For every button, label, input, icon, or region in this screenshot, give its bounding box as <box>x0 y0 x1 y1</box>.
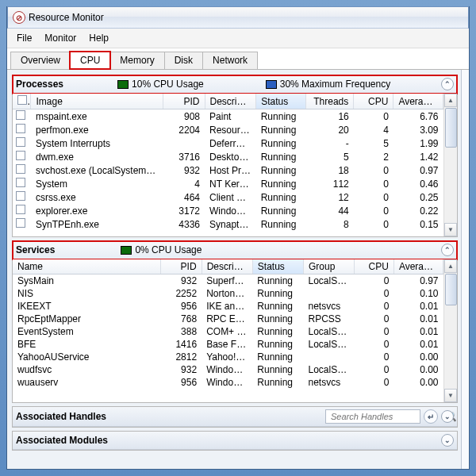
check-icon[interactable] <box>16 178 25 187</box>
table-row[interactable]: System InterruptsDeferr…Running-51.99 <box>13 136 443 150</box>
services-header[interactable]: Services 0% CPU Usage ⌃ <box>13 241 457 259</box>
table-row[interactable]: EventSystem388COM+ …RunningLocalS…00.01 <box>13 325 443 338</box>
col-threads[interactable]: Threads <box>305 94 354 109</box>
cell-desc: Client … <box>205 190 256 204</box>
table-row[interactable]: wudfsvc932Windo…RunningLocalS…00.00 <box>13 363 443 376</box>
table-row[interactable]: NIS2252Norton…Running00.10 <box>13 287 443 300</box>
cell-group <box>304 351 355 363</box>
cell-pid <box>163 136 205 150</box>
table-row[interactable]: RpcEptMapper768RPC En…RunningRPCSS00.01 <box>13 313 443 325</box>
table-row[interactable]: YahooAUService2812Yahoo!…Running00.00 <box>13 351 443 363</box>
table-row[interactable]: csrss.exe464Client …Running1200.25 <box>13 190 443 204</box>
check-icon[interactable] <box>16 137 25 147</box>
cell-avg: 1.42 <box>393 150 443 163</box>
table-row[interactable]: SysMain932Superf…RunningLocalS…00.97 <box>13 274 443 288</box>
cell-group: LocalS… <box>304 338 355 351</box>
col-status[interactable]: Status <box>256 94 306 109</box>
col-group[interactable]: Group <box>304 259 355 274</box>
cell-image: System <box>31 177 163 190</box>
max-freq-swatch <box>266 80 277 89</box>
cell-name: NIS <box>13 287 160 300</box>
tab-overview[interactable]: Overview <box>10 52 71 69</box>
processes-table: Image PID Descrip… Status Threads CPU Av… <box>13 94 443 231</box>
cell-image: explorer.exe <box>31 204 163 217</box>
tab-network[interactable]: Network <box>202 52 258 69</box>
cell-avg: 1.99 <box>393 136 443 150</box>
table-row[interactable]: perfmon.exe2204Resour…Running2043.09 <box>13 123 443 136</box>
tab-disk[interactable]: Disk <box>164 52 203 69</box>
table-row[interactable]: BFE1416Base Fi…RunningLocalS…00.01 <box>13 338 443 351</box>
cell-avg: 0.15 <box>393 217 443 231</box>
col-name[interactable]: Name <box>13 259 160 274</box>
cell-avg: 0.01 <box>393 313 443 325</box>
body-area: Processes 10% CPU Usage 30% Maximum Freq… <box>7 70 469 469</box>
col-pid[interactable]: PID <box>160 259 202 274</box>
col-description[interactable]: Descrip… <box>205 94 256 109</box>
table-row[interactable]: wuauserv956Windo…Runningnetsvcs00.00 <box>13 376 443 389</box>
cell-image: csrss.exe <box>31 190 163 204</box>
check-icon[interactable] <box>16 164 25 174</box>
cell-avg: 0.00 <box>393 351 443 363</box>
modules-expand-button[interactable]: ⌄ <box>441 434 454 447</box>
tab-memory[interactable]: Memory <box>109 52 164 69</box>
cell-status: Running <box>256 177 306 190</box>
check-icon[interactable] <box>16 205 25 214</box>
table-row[interactable]: svchost.exe (LocalSystemNet…932Host Pr…R… <box>13 163 443 177</box>
cell-status: Running <box>252 325 303 338</box>
cell-pid: 3716 <box>163 150 205 163</box>
menu-help[interactable]: Help <box>83 30 115 46</box>
col-cpu[interactable]: CPU <box>354 94 393 109</box>
col-description[interactable]: Descrip… <box>202 259 252 274</box>
panel-title: Associated Modules <box>16 435 108 446</box>
menu-monitor[interactable]: Monitor <box>38 30 83 46</box>
check-icon[interactable] <box>16 191 25 201</box>
table-row[interactable]: mspaint.exe908PaintRunning1606.76 <box>13 109 443 124</box>
table-row[interactable]: dwm.exe3716Deskto…Running521.42 <box>13 150 443 163</box>
services-scrollbar[interactable]: ▲ ▼ <box>443 259 457 402</box>
scroll-thumb[interactable] <box>445 274 457 305</box>
col-avg[interactable]: Averag… <box>393 259 443 274</box>
cell-cpu: 0 <box>354 163 393 177</box>
scroll-up-icon[interactable]: ▲ <box>444 94 457 107</box>
processes-header[interactable]: Processes 10% CPU Usage 30% Maximum Freq… <box>13 75 457 94</box>
services-cpu-usage-label: 0% CPU Usage <box>135 244 202 255</box>
check-icon[interactable] <box>16 218 25 228</box>
handles-header[interactable]: Associated Handles 🔍 ↵ ⌄ <box>13 407 457 427</box>
services-collapse-button[interactable]: ⌃ <box>441 244 454 256</box>
col-avg[interactable]: Averag… <box>393 94 443 109</box>
scroll-thumb[interactable] <box>445 108 457 148</box>
check-icon[interactable] <box>16 151 25 160</box>
tab-cpu[interactable]: CPU <box>70 52 110 69</box>
table-row[interactable]: explorer.exe3172Windo…Running4400.22 <box>13 204 443 217</box>
col-image[interactable]: Image <box>31 94 163 109</box>
check-icon[interactable] <box>16 124 25 133</box>
check-all-icon[interactable] <box>17 95 27 105</box>
menu-file[interactable]: File <box>10 30 38 46</box>
cell-image: svchost.exe (LocalSystemNet… <box>31 163 163 177</box>
cell-desc: Windo… <box>205 204 256 217</box>
search-handles-box[interactable]: 🔍 <box>325 409 420 424</box>
processes-scrollbar[interactable]: ▲ ▼ <box>443 94 457 236</box>
modules-header[interactable]: Associated Modules ⌄ <box>13 432 457 450</box>
col-cpu[interactable]: CPU <box>355 259 394 274</box>
cell-status: Running <box>256 123 306 136</box>
table-row[interactable]: IKEEXT956IKE an…Runningnetsvcs00.01 <box>13 300 443 313</box>
handles-expand-button[interactable]: ⌄ <box>441 410 454 423</box>
cell-image: perfmon.exe <box>31 123 163 136</box>
cell-avg: 0.22 <box>393 204 443 217</box>
cell-cpu: 0 <box>355 351 394 363</box>
check-icon[interactable] <box>16 110 25 120</box>
table-row[interactable]: System4NT Ker…Running11200.46 <box>13 177 443 190</box>
scroll-down-icon[interactable]: ▼ <box>444 389 457 402</box>
processes-collapse-button[interactable]: ⌃ <box>441 78 454 90</box>
cpu-usage-label: 10% CPU Usage <box>132 79 204 90</box>
scroll-down-icon[interactable]: ▼ <box>444 223 457 236</box>
col-status[interactable]: Status <box>252 259 303 274</box>
col-check[interactable] <box>13 94 31 109</box>
cell-status: Running <box>256 150 306 163</box>
table-row[interactable]: SynTPEnh.exe4336Synapt…Running800.15 <box>13 217 443 231</box>
scroll-up-icon[interactable]: ▲ <box>444 259 457 273</box>
cell-group: LocalS… <box>304 325 355 338</box>
search-go-button[interactable]: ↵ <box>424 409 438 424</box>
col-pid[interactable]: PID <box>163 94 205 109</box>
